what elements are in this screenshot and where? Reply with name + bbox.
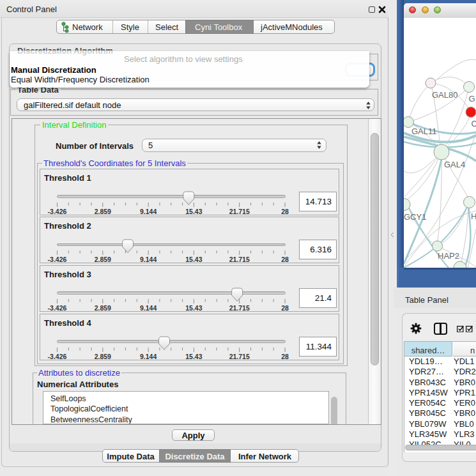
svg-text:H: H (471, 211, 476, 221)
svg-text:GAL80: GAL80 (432, 90, 457, 100)
svg-text:GAL4: GAL4 (444, 160, 465, 169)
svg-text:GCY1: GCY1 (404, 212, 426, 222)
svg-text:C: C (472, 119, 476, 128)
svg-text:G: G (469, 94, 475, 104)
svg-text:GAL11: GAL11 (411, 127, 437, 136)
svg-text:HAP2: HAP2 (438, 251, 459, 261)
